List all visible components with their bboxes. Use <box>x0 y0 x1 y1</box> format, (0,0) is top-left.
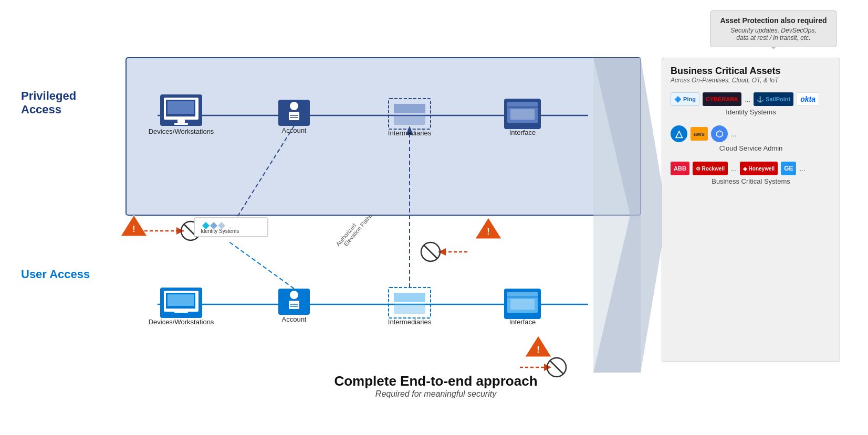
svg-text:Devices/Workstations: Devices/Workstations <box>149 128 214 135</box>
svg-rect-38 <box>507 292 538 313</box>
svg-marker-50 <box>544 364 551 371</box>
svg-rect-6 <box>164 98 198 120</box>
critical-systems-section: ABB ⚙ Rockwell ... ◈ Honeywell GE ... Bu… <box>671 162 831 185</box>
privileged-access-label: Privileged Access <box>21 89 116 117</box>
svg-rect-28 <box>174 311 188 313</box>
svg-rect-17 <box>394 104 425 113</box>
more-dots-4: ... <box>799 165 805 173</box>
svg-rect-18 <box>394 115 425 125</box>
identity-systems-section: 🔷 Ping CYBERARK ... ⚓ SailPoint okta Ide… <box>671 92 831 116</box>
sailpoint-logo: ⚓ SailPoint <box>754 92 793 106</box>
svg-rect-23 <box>160 288 202 318</box>
svg-rect-9 <box>177 120 185 123</box>
svg-rect-16 <box>389 99 431 129</box>
honeywell-logo: ◈ Honeywell <box>740 162 778 175</box>
svg-marker-57 <box>121 215 147 236</box>
svg-rect-20 <box>507 102 538 123</box>
svg-text:Account: Account <box>282 315 307 323</box>
svg-text:Interface: Interface <box>509 318 536 326</box>
svg-point-51 <box>181 221 200 240</box>
svg-point-12 <box>290 102 298 110</box>
critical-logos: ABB ⚙ Rockwell ... ◈ Honeywell GE ... <box>671 162 831 175</box>
rockwell-logo: ⚙ Rockwell <box>693 162 728 175</box>
svg-marker-48 <box>438 248 446 256</box>
more-dots-2: ... <box>731 130 737 138</box>
asset-protection-tooltip: Asset Protection also required Security … <box>710 10 836 47</box>
svg-marker-46 <box>176 227 184 235</box>
svg-rect-36 <box>394 304 425 314</box>
okta-logo: okta <box>797 92 819 106</box>
svg-marker-2 <box>593 58 667 373</box>
azure-logo: △ <box>671 125 687 142</box>
svg-marker-43 <box>406 126 413 135</box>
svg-point-53 <box>421 242 440 261</box>
svg-point-30 <box>290 291 298 299</box>
svg-marker-59 <box>475 218 501 239</box>
abb-logo: ABB <box>671 162 689 175</box>
cloud-admin-label: Cloud Service Admin <box>671 144 831 152</box>
aws-logo: aws <box>691 127 708 141</box>
cyberark-logo: CYBERARK <box>703 92 741 106</box>
svg-text:Intermediaries: Intermediaries <box>388 129 432 137</box>
identity-systems-label: Identity Systems <box>671 108 831 116</box>
svg-rect-31 <box>289 301 299 309</box>
svg-rect-5 <box>160 94 202 126</box>
svg-rect-35 <box>394 293 425 302</box>
svg-text:Account: Account <box>282 126 307 134</box>
identity-logos: 🔷 Ping CYBERARK ... ⚓ SailPoint okta <box>671 92 831 106</box>
svg-text:Authorized: Authorized <box>334 222 357 247</box>
svg-line-54 <box>424 245 437 259</box>
svg-line-41 <box>228 126 294 231</box>
svg-rect-34 <box>389 288 431 318</box>
cloud-logos: △ aws ⬡ ... <box>671 125 831 142</box>
main-diagram: ! ! ! Devices/Workstations Account Inter… <box>21 47 851 404</box>
svg-rect-25 <box>166 293 195 309</box>
svg-text:!: ! <box>132 225 135 234</box>
user-access-label: User Access <box>21 268 116 281</box>
assets-subtitle: Across On-Premises, Cloud, OT, & IoT <box>671 77 831 84</box>
svg-text:!: ! <box>537 345 539 354</box>
svg-text:Devices/Workstations: Devices/Workstations <box>149 318 214 326</box>
svg-line-44 <box>228 241 294 289</box>
svg-rect-8 <box>168 101 194 114</box>
svg-rect-37 <box>504 289 541 319</box>
bottom-sub-text: Required for meaningful security <box>21 389 851 399</box>
svg-text:Elevation Paths: Elevation Paths <box>342 213 373 248</box>
bottom-label: Complete End-to-end approach Required fo… <box>21 373 851 399</box>
more-dots-3: ... <box>731 165 737 173</box>
svg-rect-22 <box>510 109 535 120</box>
svg-rect-26 <box>168 294 194 306</box>
svg-rect-10 <box>174 123 188 125</box>
svg-text:Identity Systems: Identity Systems <box>201 228 239 234</box>
cloud-admin-section: △ aws ⬡ ... Cloud Service Admin <box>671 125 831 152</box>
svg-text:Intermediaries: Intermediaries <box>388 318 432 326</box>
critical-systems-label: Business Critical Systems <box>671 177 831 185</box>
svg-line-52 <box>184 224 197 238</box>
svg-rect-40 <box>510 299 535 310</box>
assets-title: Business Critical Assets <box>671 66 831 77</box>
svg-rect-7 <box>166 100 195 116</box>
gcp-logo: ⬡ <box>711 125 728 142</box>
ge-logo: GE <box>781 162 796 175</box>
svg-rect-24 <box>164 291 198 312</box>
svg-rect-0 <box>126 58 641 215</box>
assets-panel: Business Critical Assets Across On-Premi… <box>662 58 840 362</box>
tooltip-subtitle: Security updates, DevSecOps,data at rest… <box>718 27 829 41</box>
svg-marker-72 <box>202 222 210 229</box>
svg-rect-19 <box>504 99 541 129</box>
svg-rect-29 <box>278 289 310 315</box>
svg-marker-61 <box>525 336 551 357</box>
ping-logo: 🔷 Ping <box>671 92 699 106</box>
svg-rect-11 <box>278 100 310 126</box>
bottom-main-text: Complete End-to-end approach <box>21 373 851 389</box>
svg-rect-27 <box>177 309 185 311</box>
svg-rect-63 <box>194 218 268 237</box>
svg-rect-13 <box>289 112 299 120</box>
svg-marker-74 <box>218 222 225 229</box>
svg-text:Interface: Interface <box>509 129 536 136</box>
svg-marker-73 <box>210 222 217 229</box>
tooltip-title: Asset Protection also required <box>718 16 829 25</box>
svg-marker-1 <box>593 58 641 373</box>
svg-text:...: ... <box>228 224 233 229</box>
more-dots-1: ... <box>745 96 750 103</box>
